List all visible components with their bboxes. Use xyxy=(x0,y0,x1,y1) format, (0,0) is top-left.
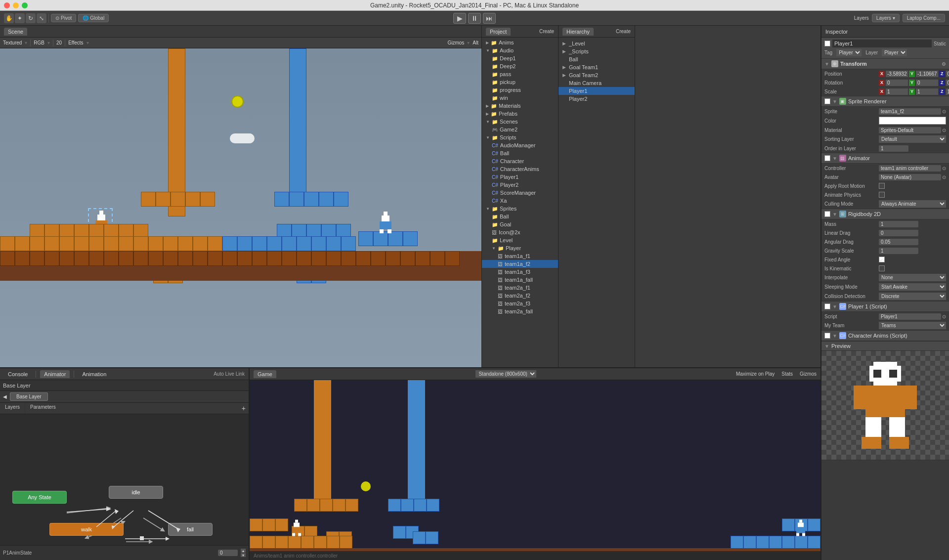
tool-hand-icon[interactable]: ✋ xyxy=(4,13,14,23)
project-folder-materials[interactable]: ▶📁Materials xyxy=(482,102,558,110)
is-kinematic-checkbox[interactable] xyxy=(879,265,885,271)
project-item-team1a-fall[interactable]: 🖼team1a_fall xyxy=(482,276,558,284)
hier-item-goalteam1[interactable]: ▶Goal Team1 xyxy=(559,63,635,71)
animator-checkbox[interactable] xyxy=(824,155,830,161)
param-value-p1animstate[interactable] xyxy=(218,550,238,556)
rot-z-input[interactable] xyxy=(946,80,949,86)
project-item-progress[interactable]: 📁progress xyxy=(482,86,558,94)
tab-console[interactable]: Console xyxy=(4,370,32,378)
animator-canvas[interactable]: Any State idle walk fall xyxy=(0,414,249,545)
project-item-deep1[interactable]: 📁Deep1 xyxy=(482,54,558,62)
pos-x-input[interactable] xyxy=(886,71,908,77)
pivot-button[interactable]: ⊙ Pivot xyxy=(51,14,76,22)
culling-select[interactable]: Always Animate xyxy=(879,200,946,208)
project-item-audiomanager[interactable]: C#AudioManager xyxy=(482,141,558,149)
mass-input[interactable] xyxy=(879,221,918,227)
animator-back-btn[interactable]: ◀ xyxy=(3,394,7,399)
project-item-ball[interactable]: C#Ball xyxy=(482,149,558,157)
state-any-node[interactable]: Any State xyxy=(12,491,67,504)
pos-z-input[interactable] xyxy=(946,71,949,77)
project-item-goal[interactable]: 📁Goal xyxy=(482,220,558,228)
textured-dropdown[interactable]: Textured xyxy=(3,40,22,45)
sleeping-select[interactable]: Start Awake xyxy=(879,283,946,291)
stats-btn[interactable]: Stats xyxy=(781,371,793,377)
maximize-button[interactable] xyxy=(22,2,28,8)
tab-animator[interactable]: Animator xyxy=(40,370,70,378)
layout-dropdown[interactable]: Laptop Comp... xyxy=(903,14,945,22)
sprite-value[interactable]: team1a_f2 xyxy=(879,108,941,115)
project-item-xa[interactable]: C#Xa xyxy=(482,197,558,205)
project-folder-scripts[interactable]: ▼📁Scripts xyxy=(482,133,558,141)
interpolate-select[interactable]: None xyxy=(879,274,946,281)
sprite-renderer-header[interactable]: ▼ ▣ Sprite Renderer xyxy=(821,96,949,107)
project-item-ball-sprite[interactable]: 📁Ball xyxy=(482,213,558,220)
color-picker[interactable] xyxy=(879,117,946,125)
hier-item-goalteam2[interactable]: ▶Goal Team2 xyxy=(559,71,635,79)
project-item-team2a-f3[interactable]: 🖼team2a_f3 xyxy=(482,300,558,307)
animator-base-layer-btn[interactable]: Base Layer xyxy=(10,392,48,401)
avatar-value[interactable]: None (Avatar) xyxy=(879,174,941,180)
gravity-input[interactable] xyxy=(879,248,918,254)
player-script-checkbox[interactable] xyxy=(824,303,830,309)
hierarchy-create-btn[interactable]: Create xyxy=(616,29,631,34)
minimize-button[interactable] xyxy=(13,2,19,8)
rot-x-input[interactable] xyxy=(886,80,908,86)
param-inc-btn[interactable]: ▲ xyxy=(241,549,246,553)
project-item-pickup[interactable]: 📁pickup xyxy=(482,78,558,86)
play-button[interactable]: ▶ xyxy=(453,13,466,24)
project-item-player1-script[interactable]: C#Player1 xyxy=(482,173,558,181)
project-item-deep2[interactable]: 📁Deep2 xyxy=(482,62,558,70)
rigidbody2d-header[interactable]: ▼ ⊞ Rigidbody 2D xyxy=(821,209,949,219)
tag-select[interactable]: Player xyxy=(836,49,862,56)
project-item-team2a-f1[interactable]: 🖼team2a_f1 xyxy=(482,284,558,292)
tool-rotate-icon[interactable]: ↻ xyxy=(26,13,36,23)
hier-item-scripts[interactable]: ▶_Scripts xyxy=(559,47,635,55)
project-item-team1a-f3[interactable]: 🖼team1a_f3 xyxy=(482,268,558,276)
project-folder-prefabs[interactable]: ▶📁Prefabs xyxy=(482,110,558,118)
project-tab-label[interactable]: Project xyxy=(486,28,511,36)
fixed-angle-checkbox[interactable]: ✓ xyxy=(879,257,885,262)
player1-active-checkbox[interactable] xyxy=(824,41,830,46)
layer-select[interactable]: Player xyxy=(882,49,907,56)
project-item-character[interactable]: C#Character xyxy=(482,157,558,165)
tab-scene[interactable]: Scene xyxy=(4,28,27,36)
resolution-select[interactable]: Standalone (800x600) xyxy=(475,370,536,378)
tool-move-icon[interactable]: ✦ xyxy=(15,13,25,23)
project-folder-player-sprites[interactable]: ▼📁Player xyxy=(482,244,558,252)
animator-parameters-tab[interactable]: Parameters xyxy=(25,403,61,414)
game-viewport[interactable] xyxy=(250,380,820,551)
project-folder-anims[interactable]: ▶📁Anims xyxy=(482,39,558,46)
transform-header[interactable]: ▼ ⊕ Transform ⚙ xyxy=(821,59,949,69)
scale-y-input[interactable] xyxy=(916,88,938,95)
gizmos-dropdown[interactable]: Gizmos xyxy=(447,40,464,45)
project-folder-sprites[interactable]: ▼📁Sprites xyxy=(482,205,558,213)
project-item-player2-script[interactable]: C#Player2 xyxy=(482,181,558,189)
window-controls[interactable] xyxy=(4,2,28,8)
preview-header[interactable]: ▼ Preview xyxy=(821,342,949,351)
project-item-win[interactable]: 📁win xyxy=(482,94,558,102)
hier-item-player2[interactable]: ▶Player2 xyxy=(559,95,635,103)
param-dec-btn[interactable]: ▼ xyxy=(241,553,246,557)
hierarchy-tab-label[interactable]: Hierarchy xyxy=(562,28,594,36)
project-folder-audio[interactable]: ▼📁Audio xyxy=(482,46,558,54)
project-item-game2[interactable]: 🎮Game2 xyxy=(482,126,558,133)
step-button[interactable]: ⏭ xyxy=(483,13,496,24)
animator-layers-tab[interactable]: Layers xyxy=(0,403,25,414)
sprite-picker-icon[interactable]: ⊙ xyxy=(942,109,946,114)
tab-animation[interactable]: Animation xyxy=(78,370,110,378)
tool-scale-icon[interactable]: ⤡ xyxy=(37,13,46,23)
my-team-select[interactable]: Teams xyxy=(879,322,946,329)
collision-select[interactable]: Discrete xyxy=(879,293,946,300)
state-idle-node[interactable]: idle xyxy=(109,486,163,499)
transform-settings-icon[interactable]: ⚙ xyxy=(942,61,946,67)
rigidbody2d-checkbox[interactable] xyxy=(824,211,830,217)
player-script-value[interactable]: Player1 xyxy=(879,313,941,320)
material-picker-icon[interactable]: ⊙ xyxy=(942,128,946,133)
pause-button[interactable]: ⏸ xyxy=(468,13,481,24)
hier-item-level[interactable]: ▶_Level xyxy=(559,40,635,47)
global-button[interactable]: 🌐 Global xyxy=(78,14,109,22)
sprite-renderer-checkbox[interactable] xyxy=(824,98,830,104)
material-value[interactable]: Sprites-Default xyxy=(879,127,941,133)
project-item-team1a-f2[interactable]: 🖼team1a_f2 xyxy=(482,260,558,268)
maximize-on-play-btn[interactable]: Maximize on Play xyxy=(736,371,775,377)
